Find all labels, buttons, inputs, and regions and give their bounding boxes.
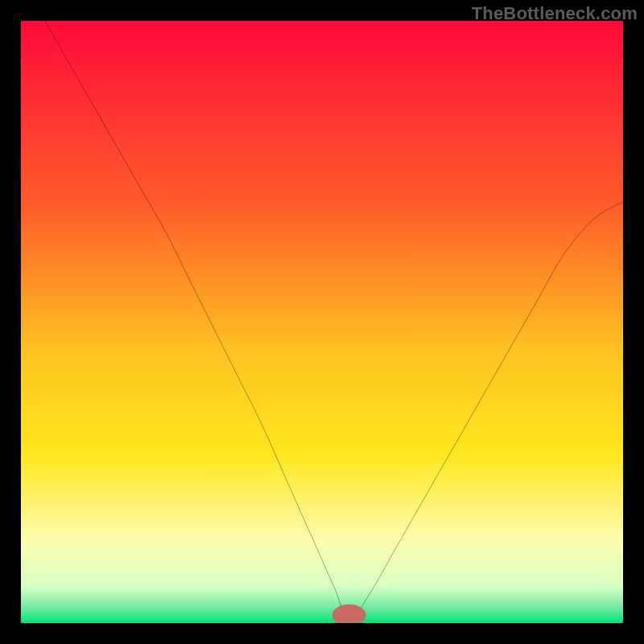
chart-frame: TheBottleneck.com xyxy=(0,0,644,644)
gradient-background xyxy=(21,21,623,623)
watermark-text: TheBottleneck.com xyxy=(472,3,638,24)
bottleneck-chart xyxy=(21,21,623,623)
